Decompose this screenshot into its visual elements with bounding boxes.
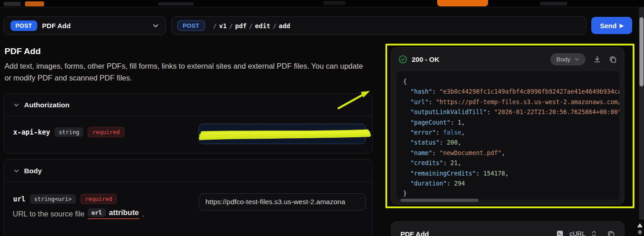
- method-badge-ghost: POST: [177, 20, 205, 31]
- authorization-header[interactable]: Authorization: [4, 94, 372, 116]
- url-param-row: url string<uri> required: [13, 194, 117, 204]
- description-period: .: [142, 210, 145, 218]
- topbar-logo-fragment: [4, 2, 21, 6]
- param-required-badge: required: [80, 194, 117, 204]
- description-underlined-part: url attribute: [88, 208, 139, 219]
- send-button[interactable]: Send ▶: [591, 17, 632, 34]
- send-button-label: Send: [600, 22, 617, 30]
- mini-scrollbar-thumb[interactable]: [638, 230, 642, 234]
- body-title: Body: [24, 167, 42, 175]
- app-viewport: POST PDF Add POST /v1/pdf/edit/add Send …: [0, 0, 644, 236]
- page-title: PDF Add: [5, 46, 41, 56]
- endpoint-path: /v1/pdf/edit/add: [211, 22, 290, 30]
- topbar-nav-fragment: [158, 2, 194, 5]
- response-view-label: Body: [556, 56, 570, 63]
- apikey-input[interactable]: [199, 124, 366, 144]
- code-sample-panel: PDF Add cURL: [391, 221, 624, 236]
- page-description: Add text, images, forms, other PDFs, fil…: [5, 60, 369, 84]
- param-name: x-api-key: [13, 128, 50, 136]
- top-navigation-bar: [0, 0, 644, 7]
- response-status: 200 - OK: [412, 55, 439, 63]
- topbar-orange-button-fragment[interactable]: [437, 0, 488, 6]
- copy-icon[interactable]: [609, 55, 617, 63]
- method-badge: POST: [10, 20, 37, 31]
- url-param-description: URL to the source file url attribute .: [13, 208, 144, 219]
- apikey-param-row: x-api-key string required: [13, 127, 125, 137]
- description-text: URL to the source file: [13, 210, 85, 218]
- vertical-scrollbar-thumb[interactable]: [639, 17, 644, 86]
- authorization-title: Authorization: [24, 101, 70, 109]
- curl-language-icon: [556, 230, 564, 236]
- param-name: url: [13, 195, 25, 203]
- copy-icon[interactable]: [607, 230, 615, 236]
- param-type-badge: string<uri>: [30, 194, 76, 204]
- endpoint-dropdown[interactable]: POST PDF Add: [4, 16, 166, 35]
- chevron-down-icon: [13, 168, 20, 174]
- success-check-icon: [399, 55, 407, 64]
- response-panel: 200 - OK Body { "hash": "e3b0c44298fc1c1…: [391, 47, 624, 205]
- endpoint-url-bar[interactable]: POST /v1/pdf/edit/add: [171, 16, 586, 35]
- topbar-orange-fragment: [25, 1, 44, 6]
- horizontal-scrollbar-thumb[interactable]: [400, 199, 479, 202]
- response-view-select[interactable]: Body: [550, 53, 585, 65]
- language-select-label[interactable]: cURL: [569, 230, 585, 236]
- param-required-badge: required: [88, 127, 124, 137]
- chevron-down-icon: [152, 22, 159, 29]
- scrollbar-up-arrow[interactable]: [637, 223, 643, 227]
- play-icon: ▶: [620, 23, 624, 29]
- select-updown-icon[interactable]: [591, 230, 597, 236]
- description-bold-text: attribute: [109, 208, 139, 217]
- topbar-nav-fragment: [540, 2, 567, 5]
- param-type-badge: string: [55, 127, 83, 137]
- chevron-down-icon: [13, 102, 20, 108]
- topbar-nav-fragment: [324, 1, 345, 5]
- inline-code: url: [88, 208, 105, 217]
- response-json-code[interactable]: { "hash": "e3b0c44298fc1c149afbf4c8996fb…: [397, 71, 619, 200]
- download-icon[interactable]: [593, 55, 601, 63]
- url-input[interactable]: https://pdfco-test-files.s3.us-west-2.am…: [199, 193, 366, 211]
- body-header[interactable]: Body: [4, 160, 372, 182]
- response-header: 200 - OK Body: [391, 48, 624, 70]
- code-sample-title: PDF Add: [400, 230, 429, 236]
- endpoint-dropdown-label: PDF Add: [42, 22, 71, 30]
